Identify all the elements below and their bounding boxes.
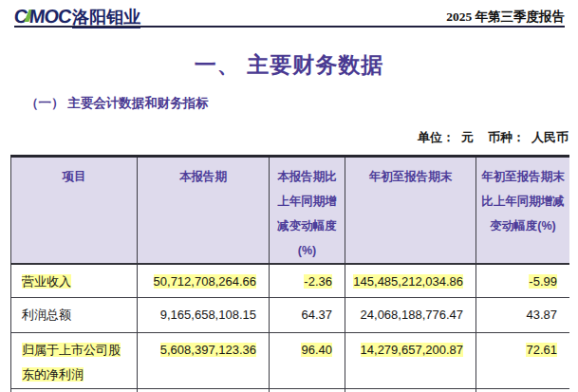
col-header-year-to-date: 年初至报告期末 xyxy=(345,157,476,265)
cell-value: 9,165,658,108.15 xyxy=(160,308,256,322)
row-label: 归属于上市公司股东的净利润 xyxy=(22,343,121,382)
cell-value: 24,068,188,776.47 xyxy=(361,308,463,322)
cell-value: 5,608,397,123.36 xyxy=(160,343,256,357)
financial-table-wrap: 项目 本报告期 本报告期比上年同期增减变动幅度(%) 年初至报告期末 年初至报告… xyxy=(10,155,569,392)
table-header-row: 项目 本报告期 本报告期比上年同期增减变动幅度(%) 年初至报告期末 年初至报告… xyxy=(11,157,570,265)
cell-value: 96.40 xyxy=(301,343,332,357)
report-page: CMOC洛阳钼业 2025 年第三季度报告 一、 主要财务数据 （一） 主要会计… xyxy=(0,0,578,392)
unit-label: 单位： xyxy=(418,129,455,146)
cell-value: 72.61 xyxy=(526,343,557,357)
row-label: 营业收入 xyxy=(22,274,71,289)
table-row-revenue: 营业收入 50,712,708,264.66 -2.36 145,485,212… xyxy=(11,264,570,297)
report-title: 2025 年第三季度报告 xyxy=(446,9,565,26)
table-row-total-profit: 利润总额 9,165,658,108.15 64.37 24,068,188,7… xyxy=(11,297,570,332)
col-header-current-period-change: 本报告期比上年同期增减变动幅度(%) xyxy=(270,157,345,265)
logo-latin-moc: MOC xyxy=(28,6,72,28)
section-subtitle: （一） 主要会计数据和财务指标 xyxy=(26,95,209,112)
financial-table: 项目 本报告期 本报告期比上年同期增减变动幅度(%) 年初至报告期末 年初至报告… xyxy=(10,155,569,392)
section-title: 一、 主要财务数据 xyxy=(0,50,578,80)
row-label: 利润总额 xyxy=(22,308,71,322)
table-row-net-profit: 归属于上市公司股东的净利润 5,608,397,123.36 96.40 14,… xyxy=(11,332,570,388)
cell-value: 145,485,212,034.86 xyxy=(353,274,463,289)
unit-value: 元 xyxy=(461,129,474,146)
cell-value: 64.37 xyxy=(301,308,332,322)
cell-value: -5.99 xyxy=(529,274,557,289)
cell-value: 43.87 xyxy=(526,308,557,322)
cell-value: -2.36 xyxy=(304,274,332,289)
cell-value: 50,712,708,264.66 xyxy=(154,274,256,289)
currency-value: 人民币 xyxy=(531,129,569,146)
col-header-current-period: 本报告期 xyxy=(138,157,270,265)
col-header-year-to-date-change: 年初至报告期末比上年同期增减变动幅度(%) xyxy=(476,157,570,265)
col-header-item: 项目 xyxy=(11,157,138,265)
currency-label: 币种： xyxy=(488,129,525,146)
unit-currency-line: 单位：元币种：人民币 xyxy=(418,129,569,146)
cell-value: 14,279,657,200.87 xyxy=(361,343,463,357)
table-row-partial xyxy=(11,388,570,392)
header-divider xyxy=(14,26,565,28)
